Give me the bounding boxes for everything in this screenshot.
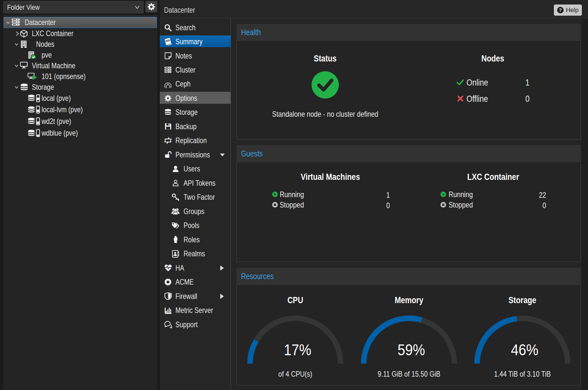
svg-text:?: ? [559,7,562,13]
